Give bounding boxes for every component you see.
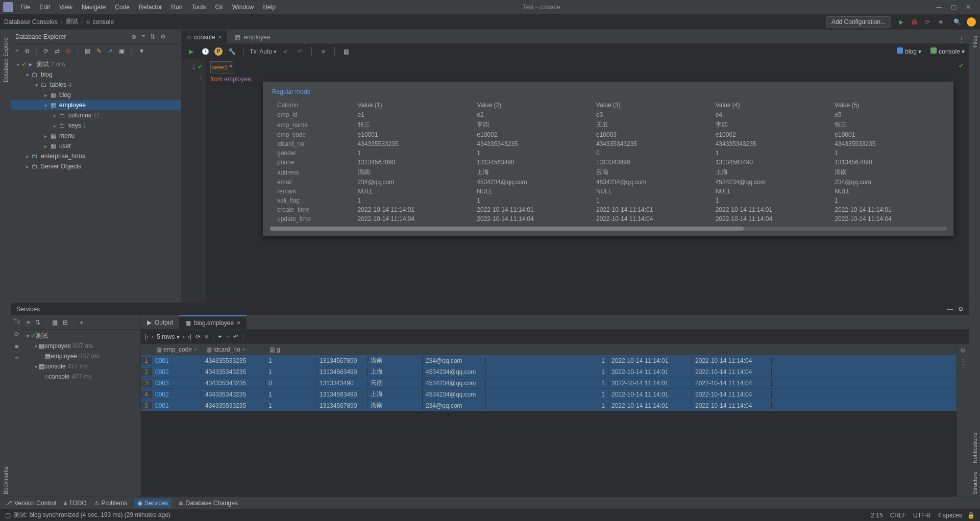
grid-icon[interactable]: ▦ xyxy=(52,319,58,326)
next-page-icon[interactable]: › xyxy=(183,333,185,340)
table-row[interactable]: 40002434335343235113134563490上海4534234@q… xyxy=(141,389,957,400)
svc-employee-result[interactable]: ▦ employee837 ms xyxy=(22,351,140,361)
disconnect-icon[interactable]: ⊘ xyxy=(66,47,71,55)
stop-icon[interactable]: ■ xyxy=(936,17,945,27)
table-row[interactable]: 20002434335343235113134563490上海4534234@q… xyxy=(141,366,957,378)
gear-icon[interactable]: ⚙ xyxy=(960,347,966,354)
tree-tables-folder[interactable]: ▾🗀tables4 xyxy=(11,80,181,90)
lock-icon[interactable]: 🔒 xyxy=(967,512,975,519)
commit-icon[interactable]: ✔ xyxy=(281,46,291,57)
tree-schema-blog[interactable]: ▾🗀blog xyxy=(11,69,181,80)
expand-icon[interactable]: ≡ xyxy=(141,33,145,40)
refresh-icon[interactable]: ⟳ xyxy=(43,47,48,55)
reload-icon[interactable]: ⟳ xyxy=(14,331,19,338)
table-row[interactable]: 10001434335533235113134567890湖南234@qq.co… xyxy=(141,355,957,366)
add-row-icon[interactable]: + xyxy=(218,333,222,340)
more-icon[interactable]: ⋮ xyxy=(960,358,966,365)
table-row[interactable]: 3000343433534323501313343490云南4534234@qq… xyxy=(141,378,957,389)
code-editor[interactable]: 1✔ 2 select * from employee; ✔ Regular m… xyxy=(182,59,969,303)
tree-schema-enterprise[interactable]: ▸🗀enterprise_hrms xyxy=(11,151,181,161)
add-configuration-button[interactable]: Add Configuration... xyxy=(826,16,891,28)
collapse-all-icon[interactable]: ⊕ xyxy=(131,33,136,40)
toolwindow-database-changes[interactable]: ≋Database Changes xyxy=(178,500,238,507)
minimize-panel-icon[interactable]: — xyxy=(171,33,177,40)
run-with-coverage-icon[interactable]: ⟳ xyxy=(923,17,932,27)
run-icon[interactable]: ▶ xyxy=(896,17,905,27)
diff-icon[interactable]: ⇄ xyxy=(55,47,60,55)
filter-icon[interactable]: ⇅ xyxy=(150,33,155,40)
stop-icon[interactable]: ■ xyxy=(205,333,208,340)
toolwindow-problems[interactable]: ⚠Problems xyxy=(94,500,128,507)
menu-file[interactable]: File xyxy=(16,2,34,13)
tree-table-employee[interactable]: ▾▦employee xyxy=(11,100,181,110)
popup-scrollbar[interactable] xyxy=(270,227,947,231)
window-maximize-icon[interactable]: ▢ xyxy=(951,4,957,11)
tx-mode-dropdown[interactable]: Tx: Auto ▾ xyxy=(250,48,277,55)
prev-page-icon[interactable]: ‹ xyxy=(152,333,154,340)
menu-code[interactable]: Code xyxy=(111,2,134,13)
duplicate-icon[interactable]: ⧉ xyxy=(25,47,30,55)
add-icon[interactable]: + xyxy=(80,319,83,326)
datasource-schema-dropdown[interactable]: blog ▾ xyxy=(897,47,921,55)
tree-server-objects[interactable]: ▸🗀Server Objects xyxy=(11,161,181,171)
console-icon[interactable]: ▣ xyxy=(119,47,125,55)
popup-mode-link[interactable]: Regular mode xyxy=(272,88,947,95)
last-page-icon[interactable]: ›| xyxy=(188,333,191,340)
tab-blog-employee[interactable]: ▦blog.employee× xyxy=(179,315,247,329)
minimize-panel-icon[interactable]: — xyxy=(947,306,953,313)
toolwindow-bookmarks[interactable]: Bookmarks xyxy=(3,464,9,497)
breadcrumb[interactable]: 测试 xyxy=(66,17,78,26)
toolwindow-notifications[interactable]: Notifications xyxy=(972,431,978,465)
rows-count-dropdown[interactable]: 5 rows ▾ xyxy=(157,333,180,340)
rollback-icon[interactable]: ↶ xyxy=(295,46,305,57)
execute-icon[interactable]: ▶ xyxy=(186,46,196,57)
indent-setting[interactable]: 4 spaces xyxy=(938,512,962,519)
more-tabs-icon[interactable]: ⋮ xyxy=(954,36,969,43)
revert-icon[interactable]: ↶ xyxy=(233,333,238,340)
close-icon[interactable]: × xyxy=(218,34,222,41)
line-ending[interactable]: CRLF xyxy=(890,512,906,519)
breadcrumb[interactable]: Database Consoles xyxy=(4,18,58,26)
tree-table-blog[interactable]: ▸▦blog xyxy=(11,90,181,100)
reload-icon[interactable]: ⟳ xyxy=(195,333,201,340)
avatar[interactable] xyxy=(967,17,976,27)
toolwindow-services[interactable]: ◉Services xyxy=(134,499,171,508)
inspections-ok-icon[interactable]: ✔ xyxy=(959,62,964,69)
breadcrumb[interactable]: console xyxy=(93,18,114,26)
settings-icon[interactable]: ⚙ xyxy=(160,33,166,40)
collapse-icon[interactable]: ⇅ xyxy=(35,319,40,326)
tree-datasource[interactable]: ▾✔ ▸测试2 of 6 xyxy=(11,59,181,69)
edit-icon[interactable]: ✎ xyxy=(96,47,102,55)
toolwindow-files[interactable]: Files xyxy=(972,34,978,49)
file-encoding[interactable]: UTF-8 xyxy=(913,512,930,519)
tx-icon[interactable]: Tx xyxy=(13,318,20,326)
menu-edit[interactable]: Edit xyxy=(35,2,54,13)
view-icon[interactable]: ▦ xyxy=(341,46,351,57)
window-close-icon[interactable]: ✕ xyxy=(966,4,971,11)
svc-root[interactable]: ▾✔ 测试 xyxy=(22,331,140,341)
tree-columns-folder[interactable]: ▸🗀columns12 xyxy=(11,110,181,120)
filter-funnel-icon[interactable]: ▼ xyxy=(138,47,144,55)
menu-navigate[interactable]: Navigate xyxy=(78,2,110,13)
debug-icon[interactable]: 🐞 xyxy=(910,17,919,27)
wrench-icon[interactable]: 🔧 xyxy=(227,46,237,57)
cancel-icon[interactable]: ■ xyxy=(318,46,328,57)
toolwindow-todo[interactable]: ≡TODO xyxy=(63,500,86,507)
stop-icon[interactable]: ■ xyxy=(15,343,18,350)
menu-view[interactable]: View xyxy=(55,2,77,13)
table-view-icon[interactable]: ▦ xyxy=(85,47,90,55)
svc-console-result[interactable]: ⎋ console477 ms xyxy=(22,371,140,382)
explain-plan-icon[interactable]: P xyxy=(214,47,223,56)
svc-employee[interactable]: ▾▦ employee837 ms xyxy=(22,341,140,351)
datasource-session-dropdown[interactable]: console ▾ xyxy=(930,47,965,55)
caret-position[interactable]: 2:15 xyxy=(871,512,883,519)
settings-icon[interactable]: ⚙ xyxy=(958,306,964,313)
group-icon[interactable]: ⊞ xyxy=(63,319,68,326)
tab-employee[interactable]: ▦ employee xyxy=(229,30,276,43)
tab-console[interactable]: ⎋ console × xyxy=(182,30,227,43)
toolwindow-database-explorer[interactable]: Database Explorer xyxy=(3,34,9,84)
window-minimize-icon[interactable]: — xyxy=(936,4,942,11)
search-icon[interactable]: 🔍 xyxy=(952,17,962,27)
toolwindow-version-control[interactable]: ⎇Version Control xyxy=(5,500,56,507)
expand-icon[interactable]: ≡ xyxy=(27,319,30,326)
